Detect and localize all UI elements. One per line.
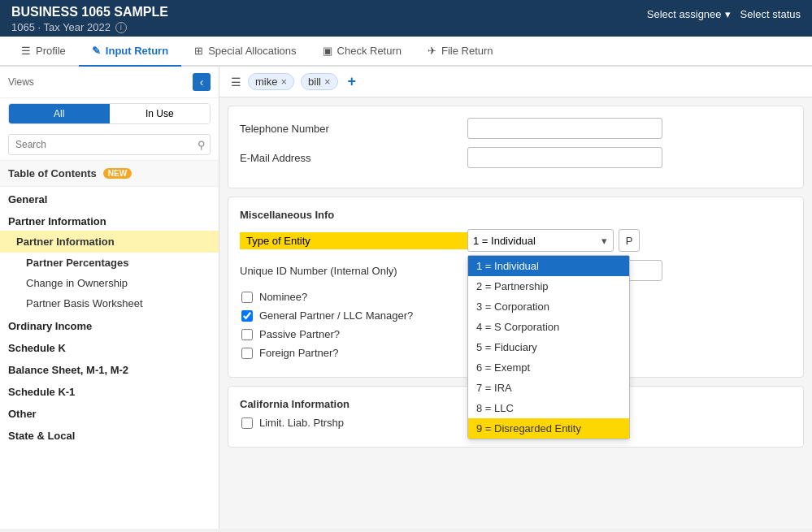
unique-id-label: Unique ID Number (Internal Only) — [240, 265, 467, 277]
in-use-view-button[interactable]: In Use — [110, 104, 211, 123]
sidebar-nav: General Partner Information Partner Info… — [0, 187, 219, 529]
filter-tag-mike[interactable]: mike × — [248, 73, 294, 90]
tab-profile[interactable]: ☰ Profile — [8, 37, 79, 67]
foreign-partner-label: Foreign Partner? — [259, 347, 339, 359]
sidebar-item-general[interactable]: General — [0, 187, 219, 209]
toc-label: Table of Contents — [8, 167, 97, 179]
tab-file-return[interactable]: ✈ File Return — [415, 37, 506, 67]
type-entity-dropdown: 1 = Individual 2 = Partnership 3 = Corpo… — [467, 255, 630, 439]
misc-form-section: Miscellaneous Info Type of Entity 1 = In… — [228, 197, 804, 378]
sidebar-item-change-in-ownership[interactable]: Change in Ownership — [0, 273, 219, 293]
email-label: E-Mail Address — [240, 152, 467, 164]
main-layout: Views ‹ All In Use ⚲ Table of Contents N… — [0, 67, 812, 529]
passive-partner-checkbox[interactable] — [241, 329, 253, 340]
telephone-input-container — [467, 118, 792, 139]
telephone-row: Telephone Number — [240, 118, 792, 139]
toc-header: Table of Contents NEW — [0, 160, 219, 187]
p-button[interactable]: P — [619, 229, 640, 252]
email-input[interactable] — [467, 147, 662, 168]
search-icon: ⚲ — [198, 139, 206, 151]
remove-filter-mike[interactable]: × — [280, 76, 287, 88]
subtitle-text: 1065 · Tax Year 2022 — [11, 21, 111, 33]
tab-input-return[interactable]: ✎ Input Return — [79, 37, 181, 67]
add-filter-button[interactable]: + — [345, 73, 360, 90]
dropdown-item-1[interactable]: 1 = Individual — [468, 256, 629, 276]
sidebar: Views ‹ All In Use ⚲ Table of Contents N… — [0, 67, 219, 529]
app-header: BUSINESS 1065 SAMPLE 1065 · Tax Year 202… — [0, 0, 812, 37]
type-entity-select[interactable]: 1 = Individual 2 = Partnership 3 = Corpo… — [467, 229, 614, 252]
email-row: E-Mail Address — [240, 147, 792, 168]
ca-limit-label: Limit. Liab. Ptrshp — [259, 417, 344, 429]
dropdown-item-6[interactable]: 6 = Exempt — [468, 357, 629, 378]
sidebar-item-partner-information-section[interactable]: Partner Information — [0, 209, 219, 231]
filter-icon: ☰ — [231, 76, 241, 89]
remove-filter-bill[interactable]: × — [324, 76, 331, 88]
header-actions: Select assignee ▾ Select status — [647, 8, 801, 20]
search-input[interactable] — [8, 134, 211, 155]
app-title: BUSINESS 1065 SAMPLE — [11, 5, 168, 19]
sidebar-item-ordinary-income[interactable]: Ordinary Income — [0, 314, 219, 335]
sidebar-item-schedule-k[interactable]: Schedule K — [0, 335, 219, 357]
email-input-container — [467, 147, 792, 168]
sidebar-item-balance-sheet[interactable]: Balance Sheet, M-1, M-2 — [0, 357, 219, 379]
split-icon: ⊞ — [194, 45, 203, 57]
passive-partner-label: Passive Partner? — [259, 328, 340, 340]
sidebar-item-state-local[interactable]: State & Local — [0, 423, 219, 445]
sidebar-item-partner-information[interactable]: Partner Information — [0, 231, 219, 253]
general-partner-checkbox[interactable] — [241, 310, 253, 322]
check-icon: ▣ — [323, 45, 332, 57]
all-view-button[interactable]: All — [9, 104, 110, 123]
dropdown-item-8[interactable]: 8 = LLC — [468, 398, 629, 418]
dropdown-item-7[interactable]: 7 = IRA — [468, 378, 629, 398]
tab-bar: ☰ Profile ✎ Input Return ⊞ Special Alloc… — [0, 37, 812, 67]
main-content: ☰ mike × bill × + Telephone Number E-Mai… — [219, 67, 812, 529]
filter-bar: ☰ mike × bill × + — [219, 67, 812, 97]
foreign-partner-checkbox[interactable] — [241, 348, 253, 359]
dropdown-item-9[interactable]: 9 = Disregarded Entity — [468, 418, 629, 439]
view-toggle-group: All In Use — [8, 103, 211, 124]
filter-tag-bill[interactable]: bill × — [301, 73, 338, 90]
profile-icon: ☰ — [21, 45, 31, 57]
app-subtitle: 1065 · Tax Year 2022 i — [11, 21, 168, 33]
sidebar-item-schedule-k1[interactable]: Schedule K-1 — [0, 379, 219, 401]
search-container: ⚲ — [8, 134, 211, 155]
type-entity-label: Type of Entity — [240, 232, 467, 249]
dropdown-item-4[interactable]: 4 = S Corporation — [468, 317, 629, 337]
tab-check-return[interactable]: ▣ Check Return — [310, 37, 415, 67]
nominee-checkbox[interactable] — [241, 292, 253, 303]
dropdown-item-5[interactable]: 5 = Fiduciary — [468, 337, 629, 357]
nominee-label: Nominee? — [259, 291, 307, 303]
general-partner-label: General Partner / LLC Manager? — [259, 309, 413, 322]
misc-section-label: Miscellaneous Info — [240, 209, 792, 221]
dropdown-item-2[interactable]: 2 = Partnership — [468, 276, 629, 296]
info-icon[interactable]: i — [115, 22, 127, 33]
sidebar-item-other[interactable]: Other — [0, 401, 219, 423]
views-toggle-button[interactable]: ‹ — [193, 73, 211, 91]
type-entity-controls: 1 = Individual 2 = Partnership 3 = Corpo… — [467, 229, 640, 252]
file-icon: ✈ — [428, 45, 436, 57]
sidebar-item-partner-basis-worksheet[interactable]: Partner Basis Worksheet — [0, 293, 219, 314]
ca-limit-checkbox[interactable] — [241, 417, 253, 429]
tab-special-allocations[interactable]: ⊞ Special Allocations — [181, 37, 309, 67]
sidebar-item-partner-percentages[interactable]: Partner Percentages — [0, 253, 219, 273]
telephone-label: Telephone Number — [240, 123, 467, 135]
select-assignee-button[interactable]: Select assignee ▾ — [647, 8, 731, 20]
views-label: Views — [8, 76, 34, 88]
type-entity-row: Type of Entity 1 = Individual 2 = Partne… — [240, 229, 792, 252]
select-status-button[interactable]: Select status — [740, 8, 801, 20]
contact-form-section: Telephone Number E-Mail Address — [228, 106, 804, 188]
dropdown-item-3[interactable]: 3 = Corporation — [468, 296, 629, 317]
new-badge: NEW — [103, 168, 132, 179]
views-header: Views ‹ — [0, 67, 219, 98]
edit-icon: ✎ — [92, 45, 101, 57]
chevron-down-icon: ▾ — [725, 8, 731, 20]
telephone-input[interactable] — [467, 118, 662, 139]
